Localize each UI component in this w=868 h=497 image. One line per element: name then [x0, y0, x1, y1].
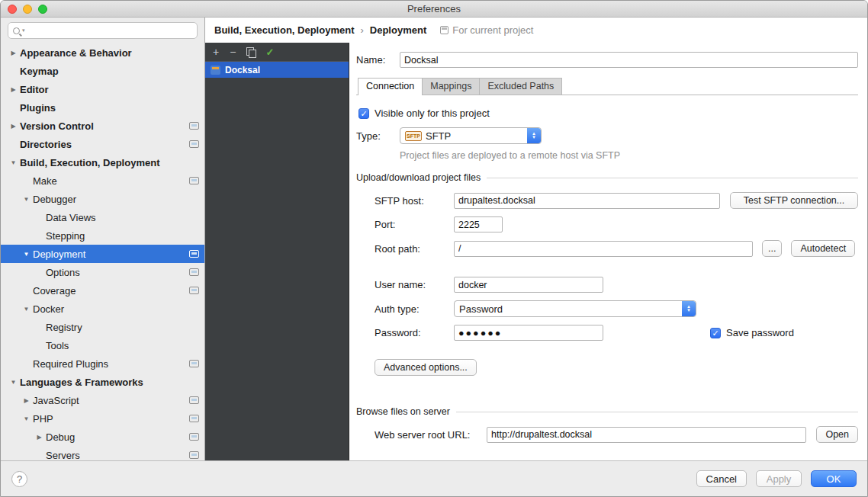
server-list-toolbar: + − ✓ [205, 43, 349, 62]
settings-search[interactable]: ▾ [8, 22, 198, 39]
search-options-caret-icon[interactable]: ▾ [22, 27, 25, 34]
chevron-down-icon[interactable]: ▼ [21, 196, 31, 203]
title-bar: Preferences [1, 1, 867, 18]
sidebar-item-coverage[interactable]: Coverage [1, 281, 204, 300]
sidebar-item-label: Version Control [20, 120, 94, 132]
sidebar-item-directories[interactable]: Directories [1, 135, 204, 153]
sidebar-item-label: JavaScript [33, 395, 79, 406]
breadcrumb-separator-icon: › [360, 24, 363, 36]
sidebar-item-build-execution-deployment[interactable]: ▼Build, Execution, Deployment [1, 153, 204, 172]
sidebar-item-debugger[interactable]: ▼Debugger [1, 190, 204, 208]
test-sftp-button[interactable]: Test SFTP connection... [730, 192, 858, 209]
chevron-right-icon[interactable]: ▶ [8, 50, 18, 56]
remove-server-icon[interactable]: − [230, 46, 236, 57]
advanced-options-button[interactable]: Advanced options... [375, 359, 477, 376]
user-name-label: User name: [375, 279, 454, 290]
sidebar-item-editor[interactable]: ▶Editor [1, 80, 204, 98]
tab-connection[interactable]: Connection [358, 78, 423, 95]
sidebar-item-deployment[interactable]: ▼Deployment [1, 245, 204, 263]
save-password-checkbox[interactable]: ✓ [710, 328, 721, 338]
port-input[interactable] [454, 216, 503, 232]
sidebar-item-data-views[interactable]: Data Views [1, 208, 204, 226]
chevron-right-icon[interactable]: ▶ [8, 123, 18, 130]
browse-root-path-button[interactable]: ... [762, 240, 782, 257]
ok-button[interactable]: OK [811, 470, 857, 487]
user-name-input[interactable] [454, 277, 603, 293]
zoom-window-button[interactable] [38, 5, 47, 14]
sidebar-item-plugins[interactable]: Plugins [1, 98, 204, 117]
sidebar-item-php[interactable]: ▼PHP [1, 409, 204, 428]
sidebar-item-label: Languages & Frameworks [20, 377, 143, 388]
sidebar-item-label: Tools [46, 340, 69, 351]
use-as-default-icon[interactable]: ✓ [265, 47, 274, 57]
tab-excluded-paths[interactable]: Excluded Paths [479, 78, 562, 95]
cancel-button[interactable]: Cancel [696, 470, 747, 487]
chevron-down-icon[interactable]: ▼ [8, 159, 18, 166]
open-url-button[interactable]: Open [816, 426, 858, 443]
settings-tree: ▶Appearance & BehaviorKeymap▶EditorPlugi… [1, 42, 204, 460]
sidebar-item-label: Stepping [46, 230, 85, 242]
web-root-label: Web server root URL: [375, 429, 487, 441]
auth-type-select[interactable]: Password ▲▼ [454, 300, 696, 317]
visible-project-checkbox[interactable]: ✓ [358, 108, 369, 119]
sftp-icon: SFTP [405, 131, 422, 141]
sidebar-item-servers[interactable]: Servers [1, 446, 204, 460]
sidebar-item-options[interactable]: Options [1, 263, 204, 281]
project-settings-icon [189, 140, 199, 148]
scope-label: For current project [452, 24, 533, 36]
sidebar-item-keymap[interactable]: Keymap [1, 62, 204, 80]
project-settings-icon [189, 122, 199, 130]
sidebar-item-label: Appearance & Behavior [20, 47, 132, 59]
autodetect-button[interactable]: Autodetect [791, 240, 855, 257]
password-input[interactable] [454, 325, 603, 341]
chevron-down-icon[interactable]: ▼ [21, 306, 31, 313]
type-select[interactable]: SFTP SFTP ▲▼ [400, 127, 542, 144]
web-root-input[interactable] [487, 427, 806, 443]
tab-mappings[interactable]: Mappings [422, 78, 480, 95]
project-settings-icon [189, 250, 199, 258]
browse-section-header: Browse files on server [356, 406, 858, 417]
sidebar-item-label: Debug [46, 431, 75, 443]
sidebar-item-tools[interactable]: Tools [1, 336, 204, 354]
sidebar-item-docker[interactable]: ▼Docker [1, 300, 204, 318]
apply-button[interactable]: Apply [756, 470, 802, 487]
chevron-down-icon[interactable]: ▼ [8, 379, 18, 386]
sidebar-item-required-plugins[interactable]: Required Plugins [1, 354, 204, 373]
dropdown-stepper-icon: ▲▼ [527, 128, 541, 143]
settings-sidebar: ▾ ▶Appearance & BehaviorKeymap▶EditorPlu… [1, 18, 205, 460]
server-item-docksal[interactable]: Docksal [205, 62, 349, 78]
sidebar-item-debug[interactable]: ▶Debug [1, 428, 204, 446]
sidebar-item-javascript[interactable]: ▶JavaScript [1, 391, 204, 409]
chevron-down-icon[interactable]: ▼ [21, 251, 31, 258]
port-label: Port: [375, 219, 454, 230]
dialog-footer: ? Cancel Apply OK [1, 460, 867, 496]
sidebar-item-label: Options [46, 267, 80, 278]
breadcrumb-category[interactable]: Build, Execution, Deployment [214, 24, 354, 36]
sidebar-item-label: Debugger [33, 194, 76, 205]
copy-server-icon[interactable] [246, 47, 255, 56]
auth-type-label: Auth type: [375, 303, 454, 315]
sidebar-item-stepping[interactable]: Stepping [1, 226, 204, 245]
chevron-right-icon[interactable]: ▶ [21, 397, 31, 404]
help-button[interactable]: ? [11, 471, 27, 487]
close-window-button[interactable] [8, 5, 17, 14]
sidebar-item-appearance-behavior[interactable]: ▶Appearance & Behavior [1, 43, 204, 62]
sidebar-item-registry[interactable]: Registry [1, 318, 204, 336]
sidebar-item-label: PHP [33, 413, 53, 425]
sidebar-item-make[interactable]: Make [1, 172, 204, 190]
name-input[interactable] [400, 52, 858, 68]
sidebar-item-version-control[interactable]: ▶Version Control [1, 117, 204, 135]
chevron-down-icon[interactable]: ▼ [21, 415, 31, 422]
search-input[interactable] [27, 25, 192, 36]
upload-section-header: Upload/download project files [356, 172, 858, 183]
chevron-right-icon[interactable]: ▶ [8, 86, 18, 93]
sftp-host-input[interactable] [454, 193, 720, 209]
root-path-input[interactable] [454, 241, 753, 257]
minimize-window-button[interactable] [23, 5, 32, 14]
project-settings-icon [189, 433, 199, 441]
sidebar-item-languages-frameworks[interactable]: ▼Languages & Frameworks [1, 373, 204, 391]
add-server-icon[interactable]: + [213, 46, 219, 57]
chevron-right-icon[interactable]: ▶ [34, 434, 44, 441]
sftp-host-label: SFTP host: [375, 195, 454, 207]
project-settings-icon [189, 287, 199, 294]
